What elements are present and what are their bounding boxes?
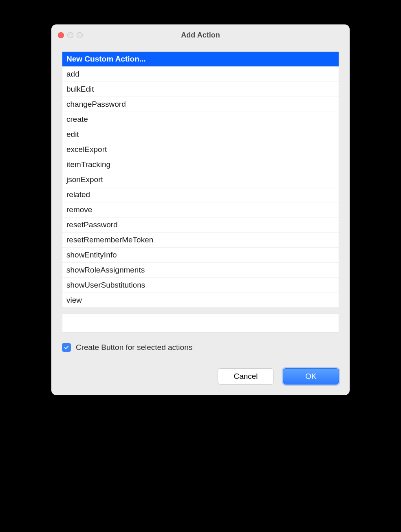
list-item[interactable]: jsonExport [62,172,339,187]
cancel-button[interactable]: Cancel [218,368,274,385]
list-spacer [62,308,339,314]
list-item[interactable]: related [62,187,339,202]
create-button-checkbox[interactable] [62,343,71,352]
list-item[interactable]: excelExport [62,142,339,157]
list-item[interactable]: view [62,293,339,308]
titlebar: Add Action [51,24,350,46]
minimize-window-button[interactable] [67,32,73,38]
create-button-checkbox-label: Create Button for selected actions [76,343,192,352]
dialog-content: New Custom Action...addbulkEditchangePas… [51,46,350,395]
list-item[interactable]: New Custom Action... [62,52,339,67]
list-item[interactable]: changePassword [62,97,339,112]
list-item[interactable]: showEntityInfo [62,248,339,263]
add-action-dialog: Add Action New Custom Action...addbulkEd… [51,24,350,395]
list-item[interactable]: resetRememberMeToken [62,233,339,248]
dialog-title: Add Action [58,31,343,40]
list-item[interactable]: showRoleAssignments [62,263,339,278]
traffic-lights [58,32,83,38]
list-item[interactable]: remove [62,202,339,218]
list-item[interactable]: edit [62,127,339,142]
list-item[interactable]: add [62,67,339,82]
filter-input[interactable] [62,314,339,332]
list-item[interactable]: itemTracking [62,157,339,172]
list-item[interactable]: resetPassword [62,218,339,233]
close-window-button[interactable] [58,32,64,38]
list-item[interactable]: showUserSubstitutions [62,278,339,293]
list-item[interactable]: bulkEdit [62,82,339,97]
ok-button[interactable]: OK [283,368,339,385]
dialog-button-row: Cancel OK [62,368,339,385]
checkmark-icon [64,345,69,350]
create-button-checkbox-row: Create Button for selected actions [62,343,339,352]
action-listbox[interactable]: New Custom Action...addbulkEditchangePas… [62,51,339,308]
zoom-window-button[interactable] [77,32,83,38]
list-item[interactable]: create [62,112,339,127]
